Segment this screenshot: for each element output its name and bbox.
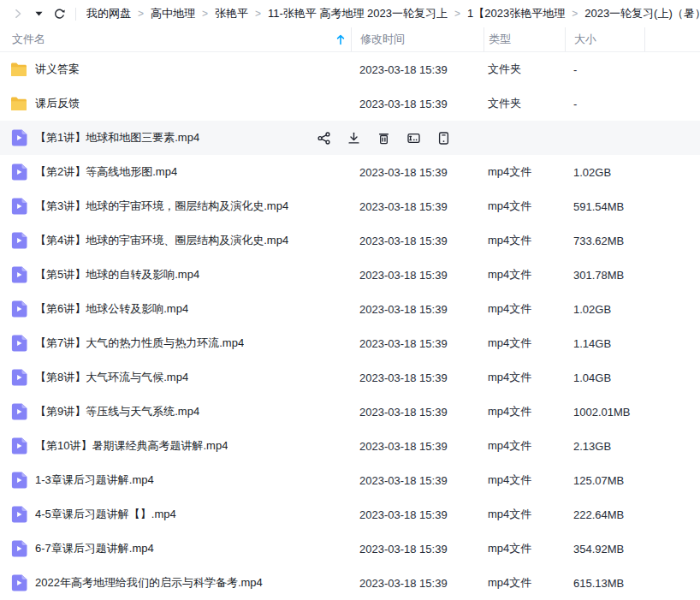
- file-name-cell: 【第5讲】地球的自转及影响.mp4: [0, 266, 351, 283]
- breadcrumb-item[interactable]: 1【2023张艳平地理: [467, 6, 565, 21]
- chevron-down-icon[interactable]: [33, 5, 44, 22]
- file-name[interactable]: 【第9讲】等压线与天气系统.mp4: [35, 404, 199, 419]
- download-icon[interactable]: [347, 131, 361, 146]
- share-icon[interactable]: [317, 131, 331, 146]
- table-row[interactable]: 【第10讲】暑期课经典高考题讲解.mp42023-03-18 15:39mp4文…: [0, 429, 700, 463]
- table-row[interactable]: 【第5讲】地球的自转及影响.mp42023-03-18 15:39mp4文件30…: [0, 258, 700, 292]
- rename-icon[interactable]: [406, 131, 421, 146]
- delete-icon[interactable]: [377, 131, 391, 146]
- file-name-cell: 【第4讲】地球的宇宙环境、圈层结构及演化史.mp4: [0, 232, 351, 249]
- file-modified-time: 2023-03-18 15:39: [351, 166, 483, 179]
- row-action-bar: [317, 121, 451, 155]
- column-label: 文件名: [12, 32, 45, 47]
- column-header-size[interactable]: 大小: [565, 27, 644, 51]
- file-modified-time: 2023-03-18 15:39: [351, 63, 483, 76]
- file-name[interactable]: 【第3讲】地球的宇宙环境，圈层结构及演化史.mp4: [35, 199, 288, 214]
- toolbar-divider: [75, 8, 76, 21]
- file-size: 125.07MB: [565, 474, 644, 487]
- column-header-modified[interactable]: 修改时间: [351, 27, 483, 51]
- video-file-icon: [10, 369, 27, 386]
- column-label: 类型: [489, 32, 511, 47]
- video-file-icon: [10, 300, 27, 318]
- file-name[interactable]: 【第2讲】等高线地形图.mp4: [35, 164, 177, 180]
- video-file-icon: [10, 403, 27, 420]
- table-row[interactable]: 【第2讲】等高线地形图.mp42023-03-18 15:39mp4文件1.02…: [0, 155, 700, 189]
- file-modified-time: 2023-03-18 15:39: [351, 371, 483, 384]
- table-row[interactable]: 【第3讲】地球的宇宙环境，圈层结构及演化史.mp42023-03-18 15:3…: [0, 189, 700, 223]
- video-file-icon: [10, 266, 27, 283]
- breadcrumb-item[interactable]: 张艳平: [215, 6, 248, 21]
- file-name-cell: 【第9讲】等压线与天气系统.mp4: [0, 403, 351, 420]
- file-modified-time: 2023-03-18 15:39: [351, 337, 483, 350]
- file-size: 354.92MB: [565, 543, 644, 555]
- breadcrumb-item[interactable]: 11-张艳平 高考地理 2023一轮复习上: [268, 6, 448, 21]
- table-row[interactable]: 讲义答案2023-03-18 15:39文件夹-: [0, 52, 700, 86]
- table-row[interactable]: 【第4讲】地球的宇宙环境、圈层结构及演化史.mp42023-03-18 15:3…: [0, 223, 700, 258]
- file-type: 文件夹: [483, 96, 565, 111]
- file-size: 1002.01MB: [565, 406, 644, 419]
- file-type: mp4文件: [483, 301, 565, 317]
- breadcrumb-item[interactable]: 2023一轮复习(上)（暑）: [584, 6, 700, 21]
- file-size: 1.04GB: [565, 371, 644, 384]
- file-name-cell: 4-5章课后习题讲解【】.mp4: [0, 506, 351, 523]
- breadcrumb-separator: >: [454, 8, 460, 20]
- file-size: 2.13GB: [565, 440, 644, 453]
- file-name-cell: 【第7讲】大气的热力性质与热力环流.mp4: [0, 335, 351, 352]
- more-icon[interactable]: [436, 131, 451, 146]
- file-modified-time: 2023-03-18 15:39: [351, 508, 483, 521]
- breadcrumb-separator: >: [572, 8, 578, 20]
- file-name[interactable]: 讲义答案: [35, 62, 80, 77]
- file-name[interactable]: 2022年高考地理给我们的启示与科学备考.mp4: [35, 575, 263, 591]
- file-name[interactable]: 课后反馈: [35, 96, 80, 111]
- table-row[interactable]: 1-3章课后习题讲解.mp42023-03-18 15:39mp4文件125.0…: [0, 463, 700, 497]
- file-size: 1.02GB: [565, 303, 644, 316]
- breadcrumb-separator: >: [138, 8, 144, 20]
- file-name[interactable]: 【第7讲】大气的热力性质与热力环流.mp4: [35, 336, 244, 351]
- file-name[interactable]: 【第10讲】暑期课经典高考题讲解.mp4: [35, 438, 228, 454]
- file-type: mp4文件: [483, 199, 565, 214]
- column-header-filename[interactable]: 文件名: [0, 27, 351, 51]
- file-type: mp4文件: [483, 541, 565, 556]
- table-row[interactable]: 4-5章课后习题讲解【】.mp42023-03-18 15:39mp4文件222…: [0, 497, 700, 532]
- table-row[interactable]: 【第8讲】大气环流与气候.mp42023-03-18 15:39mp4文件1.0…: [0, 360, 700, 395]
- video-file-icon: [10, 163, 27, 181]
- file-name[interactable]: 4-5章课后习题讲解【】.mp4: [35, 507, 176, 522]
- file-name[interactable]: 【第6讲】地球公转及影响.mp4: [35, 301, 188, 317]
- video-file-icon: [10, 540, 27, 557]
- breadcrumb-item[interactable]: 高中地理: [151, 6, 195, 21]
- file-name-cell: 【第6讲】地球公转及影响.mp4: [0, 300, 351, 318]
- table-row[interactable]: 2022年高考地理给我们的启示与科学备考.mp42023-03-18 15:39…: [0, 566, 700, 600]
- file-name[interactable]: 【第8讲】大气环流与气候.mp4: [35, 370, 188, 385]
- file-size: 1.02GB: [565, 166, 644, 179]
- sort-ascending-icon[interactable]: [336, 34, 345, 45]
- file-name[interactable]: 【第1讲】地球和地图三要素.mp4: [35, 130, 199, 146]
- column-label: 大小: [574, 32, 596, 47]
- table-row[interactable]: 【第6讲】地球公转及影响.mp42023-03-18 15:39mp4文件1.0…: [0, 292, 700, 326]
- column-label: 修改时间: [360, 32, 405, 47]
- table-row[interactable]: 【第7讲】大气的热力性质与热力环流.mp42023-03-18 15:39mp4…: [0, 326, 700, 360]
- table-row[interactable]: 6-7章课后习题讲解.mp42023-03-18 15:39mp4文件354.9…: [0, 532, 700, 566]
- breadcrumb-separator: >: [202, 8, 208, 20]
- file-name-cell: 6-7章课后习题讲解.mp4: [0, 540, 351, 557]
- refresh-icon[interactable]: [51, 5, 67, 22]
- table-header: 文件名 修改时间 类型 大小: [0, 27, 700, 52]
- column-header-extra: [644, 27, 700, 51]
- file-name[interactable]: 【第4讲】地球的宇宙环境、圈层结构及演化史.mp4: [35, 233, 288, 248]
- table-row[interactable]: 【第9讲】等压线与天气系统.mp42023-03-18 15:39mp4文件10…: [0, 395, 700, 429]
- file-size: 301.78MB: [565, 269, 644, 282]
- file-name[interactable]: 【第5讲】地球的自转及影响.mp4: [35, 267, 199, 282]
- file-name[interactable]: 1-3章课后习题讲解.mp4: [35, 472, 154, 488]
- file-name[interactable]: 6-7章课后习题讲解.mp4: [35, 541, 154, 556]
- file-name-cell: 【第2讲】等高线地形图.mp4: [0, 163, 351, 181]
- column-header-type[interactable]: 类型: [483, 27, 565, 51]
- table-row[interactable]: 【第1讲】地球和地图三要素.mp4: [0, 121, 700, 155]
- forward-icon[interactable]: [10, 5, 26, 22]
- video-file-icon: [10, 198, 27, 215]
- file-size: -: [565, 63, 644, 76]
- file-name-cell: 【第8讲】大气环流与气候.mp4: [0, 369, 351, 386]
- file-modified-time: 2023-03-18 15:39: [351, 303, 483, 316]
- breadcrumb-item[interactable]: 我的网盘: [86, 6, 131, 21]
- table-row[interactable]: 课后反馈2023-03-18 15:39文件夹-: [0, 86, 700, 121]
- file-modified-time: 2023-03-18 15:39: [351, 406, 483, 419]
- video-file-icon: [10, 574, 27, 591]
